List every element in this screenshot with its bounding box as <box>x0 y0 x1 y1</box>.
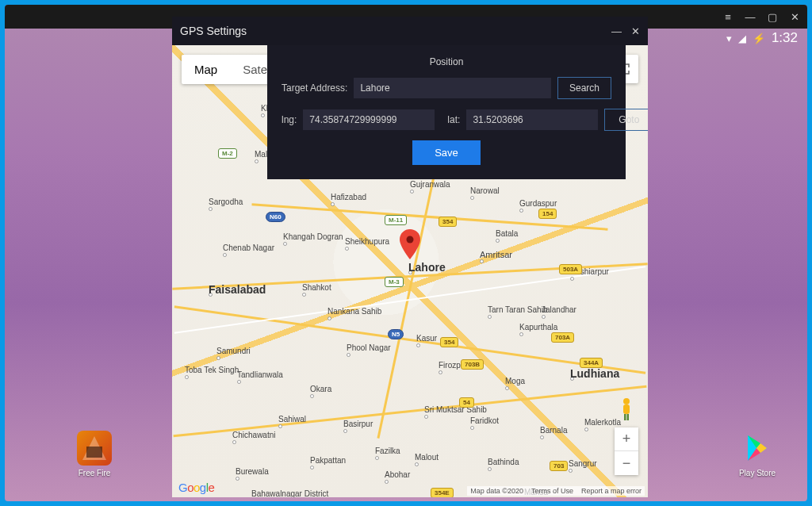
city-label: Kasur <box>416 334 437 343</box>
route-shield: 703 <box>550 461 568 471</box>
city-label: Basirpur <box>343 420 373 428</box>
city-dot <box>410 190 414 194</box>
city-dot <box>327 316 331 320</box>
pegman-icon[interactable] <box>616 397 637 422</box>
city-dot <box>470 196 474 200</box>
route-shield: 703A <box>551 332 574 343</box>
lng-input[interactable] <box>303 109 435 130</box>
terms-link[interactable]: Terms of Use <box>531 487 573 495</box>
maximize-icon[interactable]: ▢ <box>766 11 779 23</box>
city-label: Kapurthala <box>519 323 557 332</box>
city-dot <box>424 415 428 419</box>
city-label: Phool Nagar <box>347 343 391 352</box>
zoom-controls: + − <box>615 427 638 475</box>
city-label: Toba Tek Singh <box>185 366 239 374</box>
city-label: Batala <box>496 229 518 238</box>
zoom-out-button[interactable]: − <box>615 451 638 475</box>
city-dot <box>310 466 314 470</box>
city-label: Malout <box>415 453 439 462</box>
city-dot <box>310 394 314 398</box>
city-dot <box>185 375 189 379</box>
wifi-icon: ▾ <box>726 33 732 44</box>
playstore-icon-image <box>740 431 775 466</box>
city-dot <box>209 207 213 211</box>
city-label: Moga <box>505 377 525 385</box>
city-label: Abohar <box>385 470 410 479</box>
city-label: Burewala <box>236 467 269 476</box>
svg-rect-0 <box>86 447 102 458</box>
app-icon-freefire[interactable]: Free Fire <box>70 431 119 477</box>
route-shield: 703B <box>461 359 484 370</box>
close-icon[interactable]: ✕ <box>631 25 640 37</box>
city-label: Sahiwal <box>278 415 306 424</box>
svg-rect-4 <box>624 414 626 420</box>
city-label: Shahkot <box>302 283 331 292</box>
zoom-in-button[interactable]: + <box>615 427 638 451</box>
map-viewport[interactable]: LahoreFaisalabadLudhianaAmritsarSheikhup… <box>172 45 648 497</box>
city-dot <box>439 370 442 374</box>
report-link[interactable]: Report a map error <box>581 487 642 495</box>
city-label: Gurdaspur <box>519 199 557 208</box>
city-label: Narowal <box>470 186 500 195</box>
city-dot <box>216 356 220 360</box>
route-shield: M-11 <box>385 215 407 225</box>
city-label: Fazilka <box>375 447 400 455</box>
city-dot <box>540 435 544 439</box>
city-label: Hafizabad <box>331 193 366 201</box>
clock: 1:32 <box>772 30 798 46</box>
map-data-text: Map data ©2020 <box>470 487 523 495</box>
city-label: Lahore <box>408 261 446 274</box>
map-marker-icon <box>400 229 420 263</box>
city-dot <box>283 242 287 246</box>
emulator-desktop: ≡ — ▢ ✕ ▾ ◢ ⚡ 1:32 Free Fire Play Store … <box>5 5 807 501</box>
minimize-icon[interactable]: — <box>611 25 622 37</box>
city-label: Chenab Nagar <box>223 243 274 252</box>
city-label: Sheikhupura <box>345 237 389 246</box>
city-label: Sangrur <box>569 459 597 468</box>
target-address-input[interactable] <box>354 78 551 98</box>
city-label: Tarn Taran Sahib <box>488 305 547 314</box>
svg-rect-5 <box>627 414 630 420</box>
menu-icon[interactable]: ≡ <box>722 11 734 23</box>
map-attribution: Map data ©2020 Terms of Use Report a map… <box>467 486 645 496</box>
position-panel: Position Target Address: Search lng: lat… <box>267 45 626 179</box>
signal-icon: ◢ <box>738 33 746 44</box>
lat-label: lat: <box>447 114 460 125</box>
city-dot <box>480 259 484 263</box>
route-shield: 354E <box>431 488 454 497</box>
city-dot <box>223 253 227 257</box>
city-dot <box>278 424 282 428</box>
lng-label: lng: <box>282 114 297 125</box>
city-label: Pakpattan <box>310 456 346 465</box>
close-icon[interactable]: ✕ <box>788 11 801 23</box>
city-label: Chichawatni <box>232 431 275 439</box>
app-label: Free Fire <box>79 469 111 477</box>
city-label: Nankana Sahib <box>327 307 381 316</box>
route-shield: M-2 <box>218 148 237 159</box>
app-icon-playstore[interactable]: Play Store <box>733 431 782 477</box>
route-shield: 503A <box>559 264 582 274</box>
minimize-icon[interactable]: — <box>744 11 756 23</box>
goto-button[interactable]: Goto <box>604 109 648 131</box>
city-label: Faridkot <box>470 416 499 425</box>
window-title: GPS Settings <box>180 25 247 37</box>
battery-icon: ⚡ <box>753 33 765 44</box>
city-label: Bathinda <box>488 458 519 466</box>
city-dot <box>470 426 474 430</box>
city-dot <box>496 239 500 243</box>
city-label: Sri Muktsar Sahib <box>424 405 487 414</box>
city-dot <box>232 440 236 444</box>
save-button[interactable]: Save <box>412 140 481 165</box>
freefire-icon-image <box>77 431 112 466</box>
route-shield: 154 <box>538 209 557 219</box>
svg-point-1 <box>407 236 414 243</box>
gps-settings-window: GPS Settings — ✕ LahoreFaisalabadLudhian… <box>172 17 648 497</box>
city-label: Bahawalnagar District <box>251 489 328 497</box>
lat-input[interactable] <box>466 109 598 130</box>
city-dot <box>237 380 241 384</box>
tab-map[interactable]: Map <box>182 55 230 84</box>
search-button[interactable]: Search <box>557 77 611 99</box>
route-shield: M-3 <box>385 277 404 287</box>
city-dot <box>345 247 349 251</box>
city-label: Gujranwala <box>410 180 450 189</box>
